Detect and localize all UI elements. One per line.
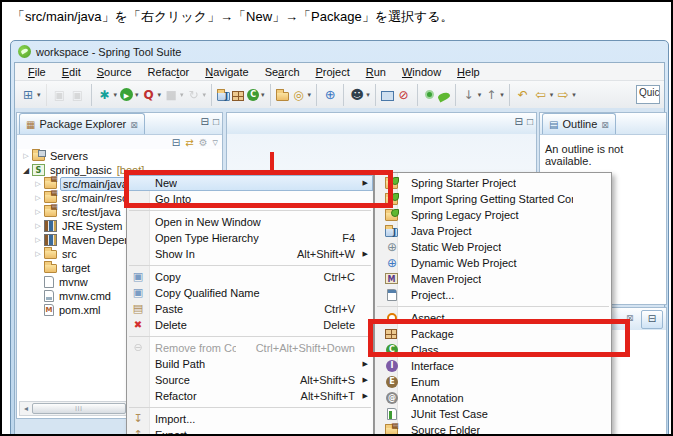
expand-arrow-icon[interactable]: ▷: [33, 180, 43, 188]
toolbar-button[interactable]: ▾: [375, 84, 395, 106]
toolbar-button[interactable]: ▾: [270, 84, 290, 106]
context-menu-item[interactable]: Export: [127, 427, 373, 436]
expand-arrow-icon[interactable]: ▷: [33, 208, 43, 216]
toolbar-button[interactable]: ▾: [162, 84, 185, 106]
menubar-item[interactable]: Refactor: [140, 65, 198, 79]
toolbar-button[interactable]: ▾: [231, 84, 245, 106]
maximize-icon[interactable]: [213, 116, 219, 128]
toolbar-button[interactable]: ▾: [185, 84, 208, 106]
context-menu-item[interactable]: Build Path: [127, 356, 373, 372]
submenu-item[interactable]: Java Project: [375, 223, 611, 239]
context-menu-item[interactable]: Import...: [127, 411, 373, 427]
toolbar-button[interactable]: ▾: [417, 84, 437, 106]
context-menu-item[interactable]: Paste Ctrl+V: [127, 301, 373, 317]
context-menu-item[interactable]: New: [127, 175, 373, 191]
expand-arrow-icon[interactable]: ▷: [33, 194, 43, 202]
context-menu-item[interactable]: Open in New Window: [127, 214, 373, 230]
dropdown-caret-icon: ▾: [203, 91, 207, 99]
minimize-icon[interactable]: [515, 116, 523, 128]
context-menu-item[interactable]: Go Into: [127, 191, 373, 207]
context-menu-item[interactable]: Remove from Context Ctrl+Alt+Shift+Down: [127, 340, 373, 356]
menubar-item[interactable]: Navigate: [197, 65, 256, 79]
expand-arrow-icon[interactable]: ◢: [21, 166, 31, 175]
submenu-item[interactable]: Import Spring Getting Started Content: [375, 191, 611, 207]
toolbar-button[interactable]: ▾: [245, 84, 266, 106]
tree-item[interactable]: ▷ Servers: [17, 149, 222, 163]
toolbar-button[interactable]: ▾: [532, 84, 555, 106]
toolbar-button[interactable]: ▾: [211, 84, 231, 106]
submenu-item[interactable]: Package: [375, 326, 611, 342]
toolbar-button[interactable]: ▾: [437, 84, 451, 106]
submenu-item[interactable]: Maven Project: [375, 271, 611, 287]
expand-arrow-icon[interactable]: ▷: [33, 236, 43, 244]
scroll-left-icon[interactable]: ◂: [20, 404, 32, 413]
toolbar-button[interactable]: ▾: [509, 84, 532, 106]
menubar-item[interactable]: Help: [449, 65, 488, 79]
expand-arrow-icon[interactable]: ▷: [33, 250, 43, 258]
toolbar-button[interactable]: ▾: [91, 84, 119, 106]
close-icon[interactable]: [130, 118, 138, 130]
new-package-icon: [232, 91, 244, 101]
submenu-item[interactable]: Source Folder: [375, 422, 611, 436]
toolbar-button[interactable]: ▾: [343, 84, 371, 106]
menu-item-shortcut: Ctrl+C: [304, 269, 355, 285]
menubar-item[interactable]: Source: [89, 65, 140, 79]
view-menu-caret-icon[interactable]: [213, 136, 218, 149]
view-menu-icon[interactable]: [199, 137, 208, 149]
tab-outline[interactable]: Outline: [542, 113, 616, 134]
toolbar-button[interactable]: ▾: [118, 84, 140, 106]
menubar-item[interactable]: Window: [394, 65, 449, 79]
menubar-item[interactable]: Search: [257, 65, 308, 79]
toolbar-button[interactable]: ▾: [46, 84, 69, 106]
toolbar-button[interactable]: ▾: [19, 84, 42, 106]
menubar-item[interactable]: Run: [358, 65, 394, 79]
title-bar[interactable]: workspace - Spring Tool Suite: [11, 41, 668, 62]
coverage-icon: [141, 87, 157, 103]
context-menu-item[interactable]: Copy Qualified Name: [127, 285, 373, 301]
menu-item-shortcut: Alt+Shift+S: [280, 372, 355, 388]
expand-arrow-icon[interactable]: ▷: [33, 222, 43, 230]
scrollbar-thumb[interactable]: |||: [32, 403, 126, 414]
submenu-item[interactable]: Class: [375, 342, 611, 358]
context-menu-item[interactable]: Delete Delete: [127, 317, 373, 333]
expand-arrow-icon[interactable]: ▷: [21, 152, 31, 160]
toolbar-button[interactable]: ▾: [455, 84, 483, 106]
context-menu-item[interactable]: Source Alt+Shift+S: [127, 372, 373, 388]
submenu-item[interactable]: Spring Starter Project: [375, 175, 611, 191]
submenu-item[interactable]: Aspect: [375, 310, 611, 326]
toolbar-button[interactable]: ▾: [554, 84, 577, 106]
close-icon[interactable]: [601, 118, 609, 130]
menubar-item[interactable]: File: [20, 65, 54, 79]
toolbar-button[interactable]: ▾: [395, 84, 413, 106]
tab-package-explorer[interactable]: Package Explorer: [19, 113, 145, 134]
submenu-item[interactable]: Annotation: [375, 390, 611, 406]
collapse-all-icon[interactable]: [172, 137, 180, 149]
toolbar-button[interactable]: ▾: [316, 84, 339, 106]
submenu-item[interactable]: Dynamic Web Project: [375, 255, 611, 271]
copy-icon: [131, 270, 145, 284]
minimize-icon[interactable]: [641, 310, 663, 329]
submenu-item[interactable]: Project...: [375, 287, 611, 303]
toolbar-button[interactable]: ▾: [140, 84, 163, 106]
submenu-item[interactable]: JUnit Test Case: [375, 406, 611, 422]
toolbar-button[interactable]: ▾: [290, 84, 313, 106]
maximize-icon[interactable]: [527, 116, 533, 128]
menubar-item[interactable]: Project: [308, 65, 358, 79]
submenu-arrow-icon: [363, 388, 368, 404]
submenu-item[interactable]: Static Web Project: [375, 239, 611, 255]
toolbar-button[interactable]: ▾: [482, 84, 505, 106]
menubar-item[interactable]: Edit: [54, 65, 89, 79]
context-menu-item[interactable]: Copy Ctrl+C: [127, 269, 373, 285]
context-menu-item[interactable]: Show In Alt+Shift+W: [127, 246, 373, 262]
submenu-item[interactable]: Spring Legacy Project: [375, 207, 611, 223]
link-with-editor-icon[interactable]: [185, 137, 193, 149]
submenu-item[interactable]: Interface: [375, 358, 611, 374]
submenu-item[interactable]: Enum: [375, 374, 611, 390]
quick-access-input[interactable]: Quick Access: [636, 85, 660, 104]
dropdown-caret-icon: ▾: [572, 91, 576, 99]
toolbar-button[interactable]: ▾: [69, 84, 87, 106]
context-menu-item[interactable]: Open Type Hierarchy F4: [127, 230, 373, 246]
close-icon[interactable]: [626, 313, 634, 323]
minimize-icon[interactable]: [201, 116, 209, 128]
context-menu-item[interactable]: Refactor Alt+Shift+T: [127, 388, 373, 404]
